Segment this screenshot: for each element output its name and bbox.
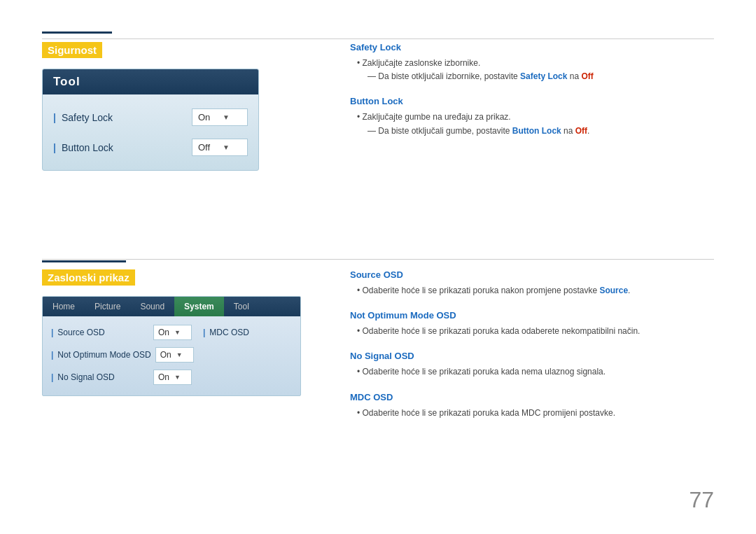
tab-home[interactable]: Home [43,297,85,316]
desc-button-lock-title: Button Lock [350,96,714,106]
button-lock-bullet-1: • Zaključajte gumbe na uređaju za prikaz… [357,111,714,124]
desc-button-lock-body: • Zaključajte gumbe na uređaju za prikaz… [357,111,714,137]
button-lock-off: Off [575,126,587,136]
safety-lock-highlight: Safety Lock [520,71,567,81]
osd-body: Source OSD On ▼ MDC OSD On ▼ Not Optimum… [43,316,300,395]
safety-lock-arrow: ▼ [223,113,241,121]
zaslonski-section: Zaslonski prikaz Home Picture Sound Syst… [42,269,336,396]
sigurnost-title: Sigurnost [42,42,102,58]
source-osd-select[interactable]: On ▼ [153,325,192,340]
safety-lock-select[interactable]: On ▼ [192,108,248,126]
desc-mdc-osd-title: MDC OSD [350,392,714,402]
button-lock-arrow: ▼ [223,143,241,151]
zaslonski-title-bar [42,260,126,262]
osd-panel: Home Picture Sound System Tool Source OS… [42,296,301,396]
tab-system[interactable]: System [174,297,224,316]
source-osd-arrow: ▼ [174,329,187,336]
desc-mdc-osd-body: • Odaberite hoće li se prikazati poruka … [357,407,714,420]
desc-safety-lock-body: • Zaključajte zaslonske izbornike. ― Da … [357,57,714,83]
desc-not-optimum: Not Optimum Mode OSD • Odaberite hoće li… [350,310,714,338]
osd-row-no-signal: No Signal OSD On ▼ [51,370,292,385]
button-lock-highlight: Button Lock [512,126,561,136]
desc-safety-lock-title: Safety Lock [350,42,714,52]
source-highlight: Source [599,286,628,295]
tab-tool[interactable]: Tool [224,297,259,316]
not-optimum-bullet-1: • Odaberite hoće li se prikazati poruka … [357,325,714,338]
safety-lock-label: Safety Lock [53,112,113,123]
no-signal-label: No Signal OSD [51,372,149,382]
desc-sigurnost: Safety Lock • Zaključajte zaslonske izbo… [350,42,714,150]
button-lock-select[interactable]: Off ▼ [192,139,248,156]
tool-panel-body: Safety Lock On ▼ Button Lock Off ▼ [43,94,258,170]
desc-button-lock: Button Lock • Zaključajte gumbe na uređa… [350,96,714,137]
tool-row-safety-lock: Safety Lock On ▼ [53,108,248,126]
desc-no-signal-title: No Signal OSD [350,351,714,361]
mdc-osd-bullet-1: • Odaberite hoće li se prikazati poruka … [357,407,714,420]
sigurnost-title-bar [42,31,112,34]
top-rule [42,38,714,39]
source-osd-bullet-1: • Odaberite hoće li se prikazati poruka … [357,284,714,297]
mid-rule [42,259,714,260]
sigurnost-section: Sigurnost Tool Safety Lock On ▼ Button L… [42,42,336,171]
no-signal-arrow: ▼ [174,374,187,381]
desc-mdc-osd: MDC OSD • Odaberite hoće li se prikazati… [350,392,714,420]
safety-lock-bullet-1: • Zaključajte zaslonske izbornike. [357,57,714,70]
osd-row-source: Source OSD On ▼ MDC OSD On ▼ [51,325,292,340]
not-optimum-select[interactable]: On ▼ [155,347,194,363]
safety-lock-sub-bullet-1: ― Da biste otključali izbornike, postavi… [368,70,714,83]
tool-panel: Tool Safety Lock On ▼ Button Lock Off ▼ [42,69,259,171]
osd-row-not-optimum: Not Optimum Mode OSD On ▼ [51,347,292,363]
desc-zaslonski: Source OSD • Odaberite hoće li se prikaz… [350,269,714,433]
tool-row-button-lock: Button Lock Off ▼ [53,139,248,156]
safety-lock-off: Off [581,71,593,81]
osd-tabs: Home Picture Sound System Tool [43,297,300,316]
tab-picture[interactable]: Picture [85,297,130,316]
desc-no-signal-body: • Odaberite hoće li se prikazati poruka … [357,365,714,379]
desc-not-optimum-title: Not Optimum Mode OSD [350,310,714,321]
button-lock-label: Button Lock [53,142,113,153]
page-number: 77 [689,487,714,513]
zaslonski-title: Zaslonski prikaz [42,269,135,286]
desc-source-osd-title: Source OSD [350,269,714,280]
desc-safety-lock: Safety Lock • Zaključajte zaslonske izbo… [350,42,714,83]
not-optimum-arrow: ▼ [176,351,189,358]
source-osd-label: Source OSD [51,328,149,337]
desc-source-osd-body: • Odaberite hoće li se prikazati poruka … [357,284,714,297]
mdc-osd-label: MDC OSD [203,328,301,337]
desc-not-optimum-body: • Odaberite hoće li se prikazati poruka … [357,325,714,338]
not-optimum-label: Not Optimum Mode OSD [51,350,151,360]
tab-sound[interactable]: Sound [130,297,174,316]
desc-no-signal: No Signal OSD • Odaberite hoće li se pri… [350,351,714,379]
no-signal-select[interactable]: On ▼ [153,370,192,385]
button-lock-sub-bullet-1: ― Da biste otključali gumbe, postavite B… [368,125,714,138]
desc-source-osd: Source OSD • Odaberite hoće li se prikaz… [350,269,714,297]
no-signal-bullet-1: • Odaberite hoće li se prikazati poruka … [357,365,714,379]
tool-panel-header: Tool [43,69,258,94]
